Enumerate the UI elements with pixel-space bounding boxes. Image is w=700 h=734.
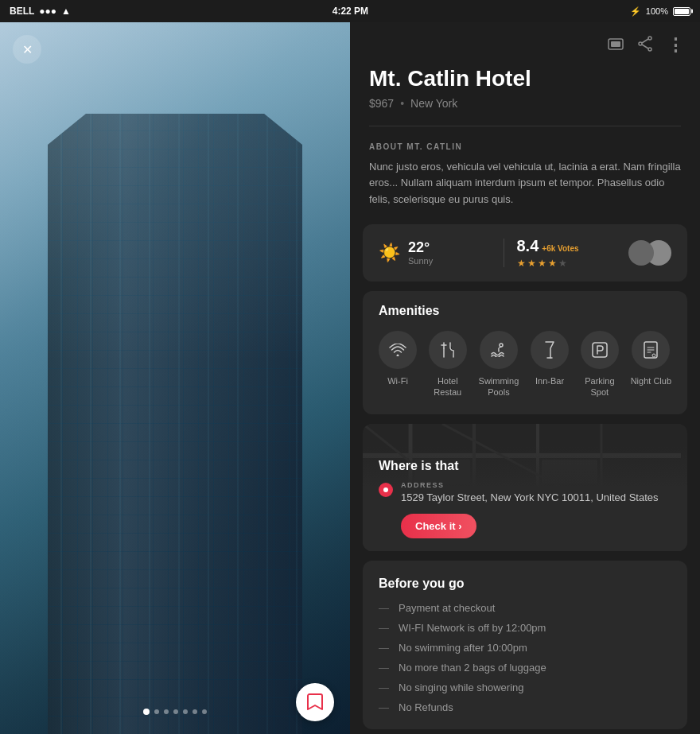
dot-4[interactable] — [173, 709, 178, 714]
battery-icon — [673, 7, 690, 16]
carrier-info: BELL ●●● ▲ — [10, 6, 71, 17]
dash-5: — — [379, 682, 389, 693]
hotel-location: New York — [410, 97, 457, 110]
amenity-nightclub: Night Club — [631, 331, 671, 398]
address-value: 1529 Taylor Street, New York NYC 10011, … — [401, 491, 671, 505]
bookmark-button[interactable] — [296, 683, 334, 721]
svg-point-4 — [648, 48, 651, 51]
where-title: Where is that — [379, 459, 671, 473]
dash-3: — — [379, 642, 389, 654]
amenity-bar: Inn-Bar — [531, 331, 569, 398]
before-title: Before you go — [379, 577, 671, 591]
status-bar: BELL ●●● ▲ 4:22 PM ⚡ 100% — [0, 0, 700, 22]
star-3: ★ — [538, 258, 546, 269]
dash-4: — — [379, 662, 389, 674]
amenity-restaurant: HotelRestau — [429, 331, 467, 398]
before-text-5: No singing while showering — [399, 682, 524, 693]
amenity-wifi: Wi-Fi — [379, 331, 417, 398]
parking-icon-wrap — [581, 331, 619, 369]
star-4: ★ — [548, 258, 557, 269]
signal-icon: ●●● — [39, 6, 56, 17]
dot-1[interactable] — [143, 709, 150, 715]
weather-description: Sunny — [408, 256, 433, 266]
card-divider — [504, 239, 504, 267]
more-button[interactable]: ⋮ — [667, 35, 684, 56]
dot-6[interactable] — [192, 709, 197, 714]
temperature: 22° — [408, 239, 433, 256]
amenity-pool: SwimmingPools — [479, 331, 519, 398]
rating-votes: +6k Votes — [542, 244, 578, 253]
dot-2[interactable] — [154, 709, 159, 714]
weather-info: 22° Sunny — [408, 239, 433, 266]
share-icon — [638, 36, 652, 52]
left-panel: ✕ — [0, 22, 350, 734]
before-you-go-card: Before you go — Payment at checkout — WI… — [363, 561, 687, 729]
check-it-label: Check it › — [415, 520, 462, 532]
svg-rect-1 — [611, 41, 620, 47]
right-panel[interactable]: ⋮ Mt. Catlin Hotel $967 • New York ABOUT… — [350, 22, 700, 734]
carrier-name: BELL — [10, 6, 34, 17]
nightclub-label: Night Club — [631, 375, 671, 386]
map-content: Where is that ADDRESS 1529 Taylor Street… — [363, 446, 687, 550]
before-text-1: Payment at checkout — [399, 602, 495, 614]
toolbar: ⋮ — [350, 22, 700, 62]
svg-line-6 — [642, 45, 648, 49]
hotel-info-section: Mt. Catlin Hotel $967 • New York — [350, 62, 700, 126]
share-button[interactable] — [638, 36, 652, 56]
hotel-name: Mt. Catlin Hotel — [369, 65, 681, 92]
toggle-group[interactable] — [628, 240, 671, 266]
star-5: ★ — [558, 258, 567, 269]
svg-point-3 — [639, 42, 642, 45]
svg-rect-12 — [593, 343, 607, 357]
main-layout: ✕ — [0, 22, 700, 734]
close-button[interactable]: ✕ — [13, 35, 41, 64]
before-item-4: — No more than 2 bags of luggage — [379, 662, 671, 674]
amenities-grid: Wi-Fi HotelRestau — [379, 331, 671, 398]
wifi-icon — [389, 344, 406, 356]
hotel-price: $967 — [369, 97, 394, 110]
dot-7[interactable] — [202, 709, 207, 714]
bar-icon-wrap — [531, 331, 569, 369]
wifi-icon-wrap — [379, 331, 417, 369]
building-overlay — [0, 22, 350, 734]
amenities-title: Amenities — [379, 304, 671, 318]
before-item-6: — No Refunds — [379, 701, 671, 713]
nightclub-icon — [644, 341, 658, 359]
cast-button[interactable] — [608, 37, 624, 55]
restaurant-label: HotelRestau — [434, 375, 461, 398]
before-text-2: WI-FI Network is off by 12:00pm — [399, 622, 546, 634]
rating-section: 8.4 +6k Votes ★ ★ ★ ★ ★ — [517, 237, 629, 269]
dash-6: — — [379, 701, 389, 713]
hotel-image — [0, 22, 350, 734]
before-text-4: No more than 2 bags of luggage — [399, 662, 546, 674]
battery-percent: 100% — [646, 6, 668, 16]
before-item-2: — WI-FI Network is off by 12:00pm — [379, 622, 671, 634]
check-it-button[interactable]: Check it › — [401, 514, 476, 538]
dash-2: — — [379, 622, 389, 634]
svg-point-7 — [397, 354, 399, 356]
svg-line-5 — [642, 39, 648, 43]
bookmark-icon — [307, 693, 323, 711]
weather-icon: ☀️ — [379, 243, 400, 263]
bar-icon — [542, 341, 557, 359]
amenity-parking: ParkingSpot — [581, 331, 619, 398]
bar-label: Inn-Bar — [535, 375, 564, 386]
toggle-1[interactable] — [628, 240, 654, 266]
separator: • — [400, 97, 404, 110]
svg-point-18 — [652, 354, 655, 357]
location-card: Where is that ADDRESS 1529 Taylor Street… — [363, 424, 687, 551]
rating-info: 8.4 +6k Votes ★ ★ ★ ★ ★ — [517, 237, 579, 269]
star-1: ★ — [517, 258, 526, 269]
svg-point-2 — [648, 37, 651, 40]
restaurant-icon-wrap — [429, 331, 467, 369]
parking-icon — [592, 342, 608, 358]
time-display: 4:22 PM — [332, 6, 368, 17]
dot-3[interactable] — [164, 709, 169, 714]
pool-icon — [490, 343, 508, 357]
before-item-3: — No swimming after 10:00pm — [379, 642, 671, 654]
before-text-3: No swimming after 10:00pm — [399, 642, 527, 654]
pool-icon-wrap — [480, 331, 518, 369]
address-label: ADDRESS — [401, 481, 671, 489]
stars-display: ★ ★ ★ ★ ★ — [517, 258, 579, 269]
dot-5[interactable] — [183, 709, 188, 714]
